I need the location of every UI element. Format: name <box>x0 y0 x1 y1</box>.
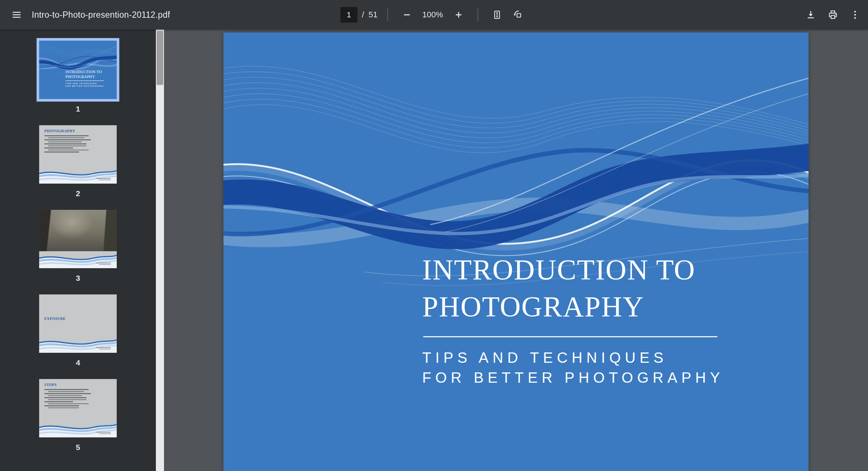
thumbnail-sidebar: INTRODUCTION TO PHOTOGRAPHY TIPS AND TEC… <box>0 30 164 471</box>
mini-bullet-text <box>39 135 117 153</box>
page-number-input[interactable] <box>341 7 358 23</box>
thumbnail-page-number: 4 <box>76 358 80 367</box>
download-icon <box>805 9 816 20</box>
toolbar-right <box>802 6 868 24</box>
cover-title-rule <box>423 336 717 337</box>
mini-wave-footer <box>39 335 117 353</box>
fit-to-page-icon <box>491 9 502 20</box>
thumbnail-item: 3 <box>39 210 117 283</box>
page-thumbnail-1[interactable]: INTRODUCTION TO PHOTOGRAPHY TIPS AND TEC… <box>39 41 117 99</box>
mini-slide-heading: EXPOSURE <box>44 317 66 321</box>
print-button[interactable] <box>824 6 842 24</box>
thumbnail-page-number: 1 <box>76 105 80 113</box>
page-separator: / <box>362 10 364 20</box>
download-button[interactable] <box>802 6 820 24</box>
more-options-button[interactable] <box>846 6 864 24</box>
mini-title-block: INTRODUCTION TO PHOTOGRAPHY TIPS AND TEC… <box>65 69 104 88</box>
toolbar-left: Intro-to-Photo-presention-20112.pdf <box>0 6 170 24</box>
toolbar-divider <box>477 8 478 21</box>
thumbnail-page-number: 2 <box>76 189 80 198</box>
fit-page-button[interactable] <box>488 6 506 24</box>
sidebar-scrollbar[interactable] <box>156 30 164 471</box>
page-thumbnail-2[interactable]: PHOTOGRAPHY <box>39 125 117 184</box>
mini-title-line1: INTRODUCTION TO <box>65 69 104 74</box>
mini-wave-footer <box>39 166 117 184</box>
thumbnail-item: STOPS 5 <box>39 379 117 452</box>
page-total-count: 51 <box>369 10 377 20</box>
mini-bullet-text <box>39 389 117 408</box>
print-icon <box>827 9 838 20</box>
thumbnail-page-number: 5 <box>76 443 80 452</box>
thumbnail-list: INTRODUCTION TO PHOTOGRAPHY TIPS AND TEC… <box>0 30 156 471</box>
mini-subtitle-line1: TIPS AND TECHNIQUES <box>65 82 104 85</box>
sidebar-scrollbar-thumb[interactable] <box>157 31 163 85</box>
mini-slide-heading: PHOTOGRAPHY <box>44 129 117 133</box>
toolbar-divider <box>387 8 388 21</box>
mini-wave-footer <box>39 420 117 437</box>
mini-subtitle-line2: FOR BETTER PHOTOGRAPHY <box>65 85 104 88</box>
zoom-level: 100% <box>419 10 446 20</box>
hamburger-icon <box>11 9 22 20</box>
toolbar-center: / 51 100% <box>341 6 528 24</box>
document-filename: Intro-to-Photo-presention-20112.pdf <box>32 10 170 20</box>
thumbnail-page-number: 3 <box>76 274 80 283</box>
cover-subtitle-line2: FOR BETTER PHOTOGRAPHY <box>422 368 724 388</box>
mini-wave-footer <box>39 250 117 268</box>
pdf-toolbar: Intro-to-Photo-presention-20112.pdf / 51… <box>0 0 868 30</box>
rotate-button[interactable] <box>509 6 527 24</box>
rotate-ccw-icon <box>513 9 524 20</box>
page-thumbnail-4[interactable]: EXPOSURE <box>39 294 117 353</box>
cover-subtitle-line1: TIPS AND TECHNIQUES <box>422 348 724 368</box>
zoom-in-button[interactable] <box>449 6 468 24</box>
cover-title-line2: PHOTOGRAPHY <box>422 288 724 325</box>
page-thumbnail-3[interactable] <box>39 210 117 268</box>
menu-toggle-button[interactable] <box>7 6 26 24</box>
thumbnail-item: PHOTOGRAPHY 2 <box>39 125 117 198</box>
thumbnail-item: EXPOSURE 4 <box>39 294 117 367</box>
pdf-page-1: INTRODUCTION TO PHOTOGRAPHY TIPS AND TEC… <box>223 33 809 471</box>
page-thumbnail-5[interactable]: STOPS <box>39 379 117 437</box>
kebab-menu-icon <box>850 9 861 20</box>
mini-slide-heading: STOPS <box>44 383 117 387</box>
pdf-viewport: INTRODUCTION TO PHOTOGRAPHY TIPS AND TEC… <box>164 30 868 471</box>
mini-title-rule <box>65 81 104 81</box>
mini-photo <box>39 210 117 251</box>
cover-text-block: INTRODUCTION TO PHOTOGRAPHY TIPS AND TEC… <box>422 251 724 388</box>
cover-title-line1: INTRODUCTION TO <box>422 251 724 288</box>
plus-icon <box>453 9 464 20</box>
minus-icon <box>401 9 412 20</box>
zoom-out-button[interactable] <box>397 6 416 24</box>
mini-title-line2: PHOTOGRAPHY <box>65 74 104 79</box>
thumbnail-item: INTRODUCTION TO PHOTOGRAPHY TIPS AND TEC… <box>39 41 117 113</box>
